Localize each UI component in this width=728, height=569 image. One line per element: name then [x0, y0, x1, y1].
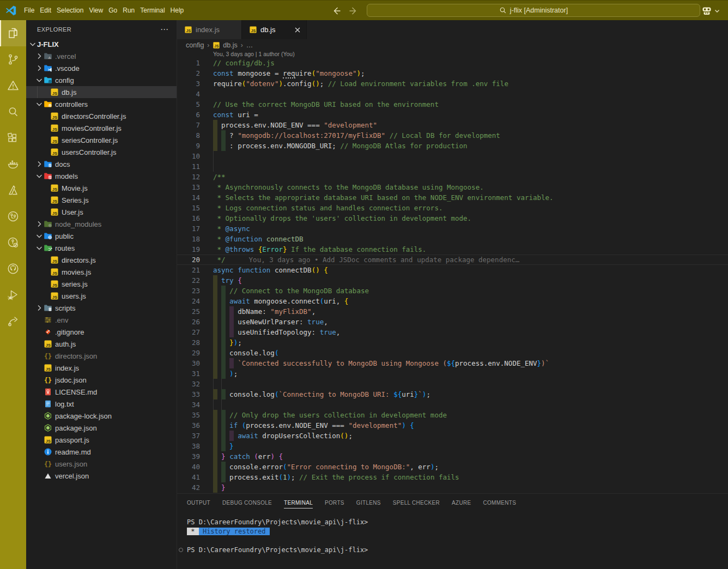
- activity-item-github[interactable]: [0, 256, 26, 282]
- menu-selection[interactable]: Selection: [54, 1, 86, 21]
- menu-help[interactable]: Help: [168, 1, 187, 21]
- tree-item-package.json[interactable]: package.json: [26, 422, 177, 434]
- code-line-24[interactable]: 24 await mongoose.connect(uri, {: [177, 296, 728, 306]
- code-line-10[interactable]: 10: [177, 151, 728, 161]
- panel-tab-azure[interactable]: AZURE: [452, 494, 471, 512]
- panel-tab-output[interactable]: OUTPUT: [187, 494, 210, 512]
- tree-item-Series.js[interactable]: JSSeries.js: [26, 194, 177, 206]
- tree-item-db.js[interactable]: JSdb.js: [26, 86, 177, 98]
- tree-item-moviesController.js[interactable]: JSmoviesController.js: [26, 122, 177, 134]
- activity-item-gitlens[interactable]: [0, 229, 26, 256]
- tree-item-controllers[interactable]: controllers: [26, 98, 177, 110]
- tree-item-scripts[interactable]: scripts: [26, 302, 177, 314]
- activity-item-run-debug[interactable]: [0, 282, 26, 308]
- nav-forward-icon[interactable]: [348, 5, 359, 16]
- tree-item-index.js[interactable]: JSindex.js: [26, 362, 177, 374]
- menu-go[interactable]: Go: [106, 1, 120, 21]
- code-line-16[interactable]: 16 * Optionally drops the 'users' collec…: [177, 213, 728, 223]
- breadcrumb-more[interactable]: …: [246, 41, 253, 49]
- copilot-menu-button[interactable]: [701, 3, 720, 18]
- tree-item-readme.md[interactable]: readme.md: [26, 446, 177, 458]
- code-line-17[interactable]: 17 * @async: [177, 223, 728, 234]
- close-icon[interactable]: [293, 26, 302, 34]
- code-line-33[interactable]: 33 console.log(`Connecting to MongoDB UR…: [177, 389, 728, 399]
- code-line-3[interactable]: 3require("dotenv").config(); // Load env…: [177, 78, 728, 89]
- code-line-30[interactable]: 30 `Connected successfully to MongoDB us…: [177, 358, 728, 368]
- panel-tab-gitlens[interactable]: GITLENS: [356, 494, 381, 512]
- breadcrumb-folder[interactable]: config: [186, 41, 204, 49]
- code-line-31[interactable]: 31 );: [177, 368, 728, 379]
- code-line-21[interactable]: 21async function connectDB() {: [177, 265, 728, 275]
- explorer-more-actions-icon[interactable]: ⋯: [160, 27, 169, 32]
- code-line-39[interactable]: 39 } catch (err) {: [177, 451, 728, 462]
- editor-tab-db.js[interactable]: JSdb.js: [242, 20, 307, 39]
- breadcrumb[interactable]: config › JS db.js › …: [177, 39, 728, 51]
- code-editor[interactable]: You, 3 days ago | 1 author (You) 1// con…: [177, 51, 728, 493]
- tree-item-series.js[interactable]: JSseries.js: [26, 278, 177, 290]
- code-line-13[interactable]: 13 * Asynchronously connects to the Mong…: [177, 182, 728, 192]
- terminal-output[interactable]: PS D:\CareerFoundry\Projects\movie_api\j…: [187, 518, 368, 555]
- tree-item-User.js[interactable]: JSUser.js: [26, 206, 177, 218]
- code-line-8[interactable]: 8 ? "mongodb://localhost:27017/myFlixDB"…: [177, 130, 728, 141]
- tree-item-.env[interactable]: .env: [26, 314, 177, 326]
- tree-item-.vscode[interactable]: .vscode: [26, 62, 177, 74]
- activity-item-extensions[interactable]: [0, 125, 26, 151]
- tree-item-movies.js[interactable]: JSmovies.js: [26, 266, 177, 278]
- code-line-1[interactable]: 1// config/db.js: [177, 58, 728, 68]
- code-line-19[interactable]: 19 * @throws {Error} If the database con…: [177, 244, 728, 255]
- command-center-search[interactable]: j-flix [Administrator]: [367, 4, 700, 17]
- code-line-38[interactable]: 38 }: [177, 441, 728, 451]
- tree-item-vercel.json[interactable]: vercel.json: [26, 470, 177, 482]
- activity-item-warning[interactable]: [0, 72, 26, 99]
- tree-item-directors.js[interactable]: JSdirectors.js: [26, 254, 177, 266]
- code-line-36[interactable]: 36 if (process.env.NODE_ENV === "develop…: [177, 420, 728, 431]
- tree-item-docs[interactable]: docs: [26, 158, 177, 170]
- code-line-26[interactable]: 26 useNewUrlParser: true,: [177, 317, 728, 327]
- tree-item-log.txt[interactable]: log.txt: [26, 398, 177, 410]
- code-line-11[interactable]: 11: [177, 161, 728, 172]
- code-line-34[interactable]: 34: [177, 399, 728, 410]
- code-line-14[interactable]: 14 * Selects the appropriate database UR…: [177, 192, 728, 203]
- tree-item-LICENSE.md[interactable]: LICENSE.md: [26, 386, 177, 398]
- tree-item-usersController.js[interactable]: JSusersController.js: [26, 146, 177, 158]
- activity-item-search[interactable]: [0, 99, 26, 125]
- breadcrumb-file[interactable]: db.js: [223, 41, 237, 49]
- tree-item-users.js[interactable]: JSusers.js: [26, 290, 177, 302]
- tree-root[interactable]: J-FLIX: [26, 38, 177, 50]
- panel-tab-terminal[interactable]: TERMINAL: [284, 494, 313, 512]
- code-line-4[interactable]: 4: [177, 89, 728, 99]
- tree-item-Movie.js[interactable]: JSMovie.js: [26, 182, 177, 194]
- activity-item-remote-explorer[interactable]: [0, 203, 26, 229]
- activity-item-docker[interactable]: [0, 151, 26, 177]
- code-line-20[interactable]: 20 */You, 3 days ago • Add JSDoc comment…: [177, 255, 728, 265]
- panel-tab-ports[interactable]: PORTS: [325, 494, 344, 512]
- code-line-28[interactable]: 28 });: [177, 337, 728, 348]
- menu-view[interactable]: View: [86, 1, 106, 21]
- code-line-41[interactable]: 41 process.exit(1); // Exit the process …: [177, 472, 728, 482]
- panel-tab-debug-console[interactable]: DEBUG CONSOLE: [222, 494, 272, 512]
- code-line-40[interactable]: 40 console.error("Error connecting to Mo…: [177, 462, 728, 472]
- gitlens-file-annotation[interactable]: You, 3 days ago | 1 author (You): [177, 51, 728, 58]
- tree-item-config[interactable]: config: [26, 74, 177, 86]
- tree-item-auth.js[interactable]: JSauth.js: [26, 338, 177, 350]
- tree-item-.gitignore[interactable]: .gitignore: [26, 326, 177, 338]
- tree-item-jsdoc.json[interactable]: {}jsdoc.json: [26, 374, 177, 386]
- code-line-2[interactable]: 2const mongoose = require("mongoose");: [177, 68, 728, 78]
- code-line-37[interactable]: 37 await dropUsersCollection();: [177, 431, 728, 441]
- tree-item-public[interactable]: public: [26, 230, 177, 242]
- tree-item-users.json[interactable]: {}users.json: [26, 458, 177, 470]
- activity-item-azure[interactable]: [0, 177, 26, 203]
- code-line-15[interactable]: 15 * Logs connection status and handles …: [177, 203, 728, 213]
- tree-item-package-lock.json[interactable]: package-lock.json: [26, 410, 177, 422]
- tree-item-passport.js[interactable]: JSpassport.js: [26, 434, 177, 446]
- code-line-42[interactable]: 42 }: [177, 482, 728, 493]
- code-line-18[interactable]: 18 * @function connectDB: [177, 234, 728, 244]
- tree-item-routes[interactable]: routes: [26, 242, 177, 254]
- menu-run[interactable]: Run: [120, 1, 137, 21]
- menu-file[interactable]: File: [21, 1, 37, 21]
- tree-item-node_modules[interactable]: node_modules: [26, 218, 177, 230]
- tree-item-.vercel[interactable]: .vercel: [26, 50, 177, 62]
- tree-item-directorsController.js[interactable]: JSdirectorsController.js: [26, 110, 177, 122]
- code-line-22[interactable]: 22 try {: [177, 275, 728, 286]
- code-line-27[interactable]: 27 useUnifiedTopology: true,: [177, 327, 728, 337]
